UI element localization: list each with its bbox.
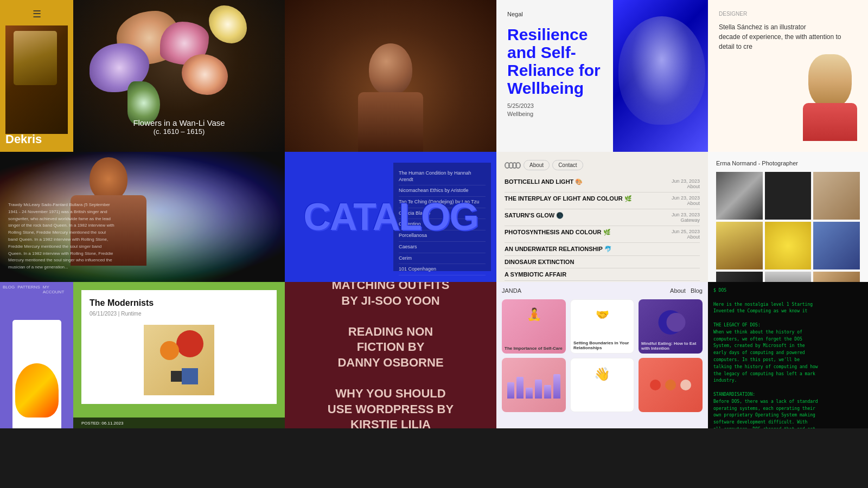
article-title-3[interactable]: SATURN'S GLOW 🌑 (505, 212, 656, 223)
article-meta-1: Jun 23, 2023About (656, 178, 700, 189)
bar-chart (507, 371, 560, 399)
gold-panel: ☰ Dekris (0, 0, 73, 152)
janda-nav: JANDA About Blog (502, 287, 703, 294)
glitch-text-block: Trawdy McLeary Sado-Fantard Bullara (5 S… (8, 202, 117, 271)
designer-label: DESIGNER (719, 11, 857, 17)
mindful-title: Mindful Eating: How to Eat with Intentio… (641, 341, 700, 351)
portrait-body (358, 92, 423, 152)
code-content: $ DOS Here is the nostalgia level 1 Star… (713, 287, 863, 428)
resilience-headline: Resilience and Self-Reliance for Wellbei… (507, 25, 612, 97)
book-item-1: The Human Condition by Hannah Arendt (399, 168, 486, 185)
article-title-5[interactable]: AN UNDERWATER RELATIONSHIP 🐬 (505, 246, 656, 253)
events-panel: MATCHING OUTFITSBY JI-SOO YOON READING N… (285, 282, 496, 428)
article-row-6: DINOSAUR EXTINCTION (505, 256, 700, 268)
contact-button[interactable]: Contact (552, 160, 583, 170)
klee-red-circle (176, 330, 203, 357)
portrait-panel (285, 0, 496, 152)
photo-tile-6 (813, 222, 860, 269)
article-title-6[interactable]: DINOSAUR EXTINCTION (505, 259, 656, 265)
photo-tile-3 (813, 172, 860, 220)
flowers-panel: Flowers in a Wan-Li Vase (c. 1610 – 1615… (73, 0, 285, 152)
photo-tile-8 (765, 272, 812, 282)
nav-item-blog[interactable]: BLOG (3, 285, 15, 294)
photo-tile-9 (813, 272, 860, 282)
author-description: Stella Sánchez is an illustrator decade … (719, 22, 857, 52)
article-title-2[interactable]: THE INTERPLAY OF LIGHT AND COLOUR 🌿 (505, 195, 656, 206)
klee-orange-circle (160, 341, 179, 360)
bar-2 (516, 377, 524, 399)
menu-icon[interactable]: ☰ (33, 8, 41, 20)
wellness-grid: 🧘 The Importance of Self-Care 🤝 Setting … (502, 299, 703, 412)
article-meta-2: Jun 23, 2023About (656, 195, 700, 206)
nav-item-patterns[interactable]: PATTERNS (17, 285, 40, 294)
wellness-card-boundaries[interactable]: 🤝 Setting Boundaries in Your Relationshi… (570, 299, 634, 354)
article-row-7: A SYMBIOTIC AFFAIR (505, 268, 700, 281)
boundaries-title: Setting Boundaries in Your Relationships (573, 341, 631, 350)
about-button[interactable]: About (524, 160, 550, 170)
author-name: Stella Sánchez is an illustrator (719, 22, 857, 32)
book-item-8: Cerim (399, 253, 486, 265)
modernists-bottom-text: POSTED: 06.11.2023 (81, 421, 123, 426)
janda-blog-link[interactable]: Blog (691, 287, 703, 294)
bar-5 (544, 385, 551, 399)
glitch-panel: Trawdy McLeary Sado-Fantard Bullara (5 S… (0, 152, 285, 282)
self-care-icon: 🧘 (527, 307, 541, 322)
dots-row (650, 380, 691, 390)
modernists-card: The Modernists 06/11/2023 | Runtime (81, 290, 277, 404)
photo-tile-1 (716, 172, 763, 220)
moon-shape (659, 310, 683, 335)
nav-item-account[interactable]: MY ACCOUNT (43, 285, 71, 294)
author-illustration (797, 54, 863, 141)
resilience-panel: Negal Resilience and Self-Reliance for W… (496, 0, 708, 152)
wellness-card-4[interactable] (502, 358, 566, 412)
photo-tile-4 (716, 222, 763, 269)
bar-3 (526, 388, 533, 399)
tshirt-graphic (15, 363, 59, 418)
boundaries-icon: 🤝 (596, 308, 609, 321)
modernists-bottom-bar: POSTED: 06.11.2023 (73, 418, 285, 428)
event-1: MATCHING OUTFITSBY JI-SOO YOON (328, 282, 454, 309)
overcorps-brand-label: Over Corps (0, 420, 73, 426)
tshirt-figure (12, 320, 61, 428)
self-care-title: The Importance of Self-Care (505, 346, 563, 351)
article-row-2: THE INTERPLAY OF LIGHT AND COLOUR 🌿 Jun … (505, 192, 700, 209)
code-terminal-panel: $ DOS Here is the nostalgia level 1 Star… (708, 282, 868, 428)
bar-6 (553, 374, 560, 399)
book-item-7: Caesars (399, 242, 486, 253)
illustrator-panel: DESIGNER Stella Sánchez is an illustrato… (708, 0, 868, 152)
article-title-1[interactable]: BOTTICELLI AND LIGHT 🎨 (505, 178, 656, 189)
photo-grid (716, 172, 860, 269)
flower-blob-5 (182, 54, 228, 95)
wellness-card-mindful[interactable]: Mindful Eating: How to Eat with Intentio… (639, 299, 703, 354)
audi-nav-bar: About Contact (505, 160, 700, 170)
dot-3 (680, 380, 691, 390)
article-row-4: PHOTOSYNTHESIS AND COLOUR 🌿 Jun 25, 2023… (505, 226, 700, 243)
bar-1 (507, 382, 514, 399)
modernists-panel: The Modernists 06/11/2023 | Runtime POST… (73, 282, 285, 428)
flower-caption: Flowers in a Wan-Li Vase (c. 1610 – 1615… (73, 118, 285, 136)
art-title-text: Dekris (5, 132, 42, 146)
art-preview-image (5, 25, 68, 134)
wellness-card-self-care[interactable]: 🧘 The Importance of Self-Care (502, 299, 566, 354)
event-2: READING NONFICTION BYDANNY OSBORNE (328, 324, 454, 371)
photographer-name: Erma Normand - Photographer (716, 160, 860, 166)
janda-site-name: JANDA (502, 287, 521, 294)
modernists-date: 06/11/2023 | Runtime (90, 311, 269, 317)
author-desc: decade of experience, the with attention… (719, 32, 857, 52)
wellness-card-6[interactable] (639, 358, 703, 412)
article-title-4[interactable]: PHOTOSYNTHESIS AND COLOUR 🌿 (505, 229, 656, 240)
illustration-face (808, 54, 852, 108)
article-title-7[interactable]: A SYMBIOTIC AFFAIR (505, 271, 656, 278)
audi-ring-4 (515, 162, 521, 169)
illustration-body (803, 103, 857, 141)
glitch-description: Trawdy McLeary Sado-Fantard Bullara (5 S… (8, 202, 117, 271)
photo-tile-7 (716, 272, 763, 282)
catalog-panel: CATALOG The Human Condition by Hannah Ar… (285, 152, 496, 282)
modernists-title: The Modernists (90, 298, 269, 308)
article-meta-3: Jun 23, 2023Gateway (656, 212, 700, 223)
catalog-title: CATALOG (303, 200, 478, 234)
janda-about-link[interactable]: About (670, 287, 686, 294)
wellness-card-5[interactable]: 👋 (570, 358, 634, 412)
article-meta-5 (656, 246, 700, 253)
article-meta-6 (656, 259, 700, 265)
